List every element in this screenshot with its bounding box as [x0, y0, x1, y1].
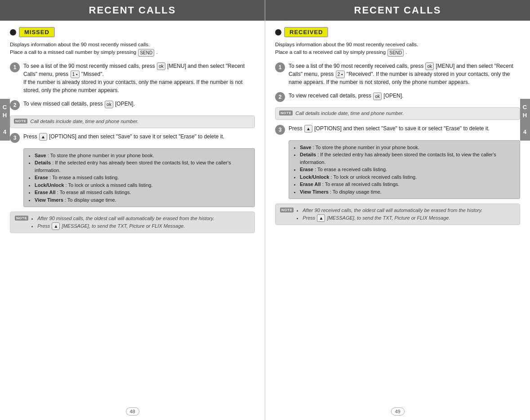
- right-options-box: Save : To store the phone number in your…: [289, 140, 520, 199]
- note-content-r2: After 90 received calls, the oldest call…: [296, 207, 482, 222]
- menu-key-r1: ok: [425, 62, 434, 70]
- left-dot: [10, 29, 16, 35]
- left-note2-item-1: After 90 missed calls, the oldest call w…: [37, 215, 214, 222]
- left-step-text-2: To view missed call details, press ok [O…: [23, 100, 135, 108]
- right-badge-row: RECEIVED: [275, 27, 520, 37]
- right-step-text-1: To see a list of the 90 most recently re…: [289, 62, 520, 87]
- right-step-num-3: 3: [275, 125, 285, 135]
- options-key-r3: ▲: [304, 125, 312, 133]
- right-badge: RECEIVED: [284, 27, 328, 37]
- right-note2-item-1: After 90 received calls, the oldest call…: [303, 207, 482, 214]
- right-content: RECEIVED Displays information about the …: [265, 27, 530, 225]
- right-header: RECENT CALLS: [265, 0, 530, 21]
- left-header: RECENT CALLS: [0, 0, 265, 21]
- left-page-num: 48: [126, 407, 139, 416]
- left-note-1: NOTE Call details include date, time and…: [10, 115, 255, 128]
- left-ch-sidebar: CH4: [0, 99, 10, 141]
- left-badge-row: MISSED: [10, 27, 255, 37]
- msg-key-l: ▲: [52, 222, 60, 230]
- left-badge: MISSED: [19, 27, 55, 37]
- left-opt-2: Details : If the selected entry has alre…: [35, 159, 250, 174]
- right-step-3: 3 Press ▲ [OPTIONS] and then select "Sav…: [275, 124, 520, 135]
- right-intro: Displays information about the 90 most r…: [275, 41, 520, 57]
- left-step-num-1: 1: [10, 62, 20, 72]
- left-intro: Displays information about the 90 most r…: [10, 41, 255, 57]
- left-step-num-3: 3: [10, 133, 20, 143]
- note-content-l2: After 90 missed calls, the oldest call w…: [31, 215, 214, 230]
- left-options-list: Save : To store the phone number in your…: [28, 152, 250, 204]
- num2-key-r: 2 ▪: [336, 71, 345, 78]
- right-opt-3: Erase : To erase a received calls listin…: [300, 166, 515, 173]
- left-title: RECENT CALLS: [0, 4, 265, 16]
- left-content: MISSED Displays information about the 90…: [0, 27, 265, 233]
- left-note2-item-2: Press ▲ [MESSAGE], to send the TXT, Pict…: [37, 222, 214, 230]
- num1-key-l: 1 ▪: [71, 71, 80, 78]
- send-key-right: SEND: [387, 49, 404, 57]
- ok-key-r2: ok: [373, 93, 382, 100]
- send-key-left: SEND: [138, 49, 154, 57]
- right-step-text-2: To view received call details, press ok …: [289, 92, 403, 100]
- right-step-2: 2 To view received call details, press o…: [275, 92, 520, 102]
- msg-key-r: ▲: [317, 214, 325, 222]
- note-label-l1: NOTE: [14, 119, 27, 124]
- right-step-text-3: Press ▲ [OPTIONS] and then select "Save"…: [289, 124, 490, 133]
- left-note-2: NOTE After 90 missed calls, the oldest c…: [10, 212, 255, 233]
- note-text-l1: Call details include date, time and phon…: [30, 118, 138, 125]
- menu-key-l1: ok: [157, 62, 165, 70]
- options-key-l3: ▲: [39, 133, 47, 141]
- left-page: RECENT CALLS MISSED Displays information…: [0, 0, 265, 420]
- right-opt-1: Save : To store the phone number in your…: [300, 144, 515, 151]
- right-ch-label: CH4: [523, 103, 527, 136]
- right-opt-6: View Timers : To display usage time.: [300, 188, 515, 196]
- right-note2-item-2: Press ▲ [MESSAGE], to send the TXT, Pict…: [303, 214, 482, 222]
- right-title: RECENT CALLS: [265, 4, 530, 16]
- right-opt-4: Lock/Unlock : To lock or unlock received…: [300, 173, 515, 181]
- left-opt-5: Erase All : To erase all missed calls li…: [35, 189, 250, 196]
- note-label-l2: NOTE: [15, 216, 28, 221]
- left-step-text-1: To see a list of the 90 most recently mi…: [23, 62, 255, 95]
- right-note2-list: After 90 received calls, the oldest call…: [296, 207, 482, 222]
- left-step-text-3: Press ▲ [OPTIONS] and then select "Save"…: [23, 133, 224, 141]
- right-step-num-2: 2: [275, 92, 285, 102]
- ok-key-l2: ok: [105, 101, 113, 108]
- left-opt-1: Save : To store the phone number in your…: [35, 152, 250, 159]
- left-opt-3: Erase : To erase a missed calls listing.: [35, 174, 250, 181]
- left-opt-6: View Timers : To display usage time.: [35, 196, 250, 204]
- left-ch-label: CH4: [3, 103, 7, 136]
- note-label-r2: NOTE: [280, 208, 294, 212]
- left-opt-4: Lock/Unlock : To lock or unlock a missed…: [35, 181, 250, 189]
- left-step-1: 1 To see a list of the 90 most recently …: [10, 62, 255, 95]
- right-ch-sidebar: CH4: [520, 99, 530, 141]
- left-step-num-2: 2: [10, 100, 20, 110]
- right-opt-2: Details : If the selected entry has alre…: [300, 151, 515, 166]
- right-note-2: NOTE After 90 received calls, the oldest…: [275, 203, 520, 225]
- left-step-2: 2 To view missed call details, press ok …: [10, 100, 255, 110]
- right-opt-5: Erase All : To erase all received calls …: [300, 181, 515, 188]
- note-text-r1: Call details include date, time and phon…: [295, 110, 404, 117]
- left-options-box: Save : To store the phone number in your…: [23, 148, 255, 208]
- right-note-1: NOTE Call details include date, time and…: [275, 107, 520, 119]
- right-options-list: Save : To store the phone number in your…: [294, 144, 515, 196]
- right-step-num-1: 1: [275, 62, 285, 72]
- left-step-3: 3 Press ▲ [OPTIONS] and then select "Sav…: [10, 133, 255, 143]
- right-page-num: 49: [391, 407, 405, 416]
- left-note2-list: After 90 missed calls, the oldest call w…: [31, 215, 214, 230]
- right-dot: [275, 29, 281, 35]
- note-label-r1: NOTE: [279, 111, 293, 115]
- right-step-1: 1 To see a list of the 90 most recently …: [275, 62, 520, 87]
- right-page: RECENT CALLS RECEIVED Displays informati…: [265, 0, 530, 420]
